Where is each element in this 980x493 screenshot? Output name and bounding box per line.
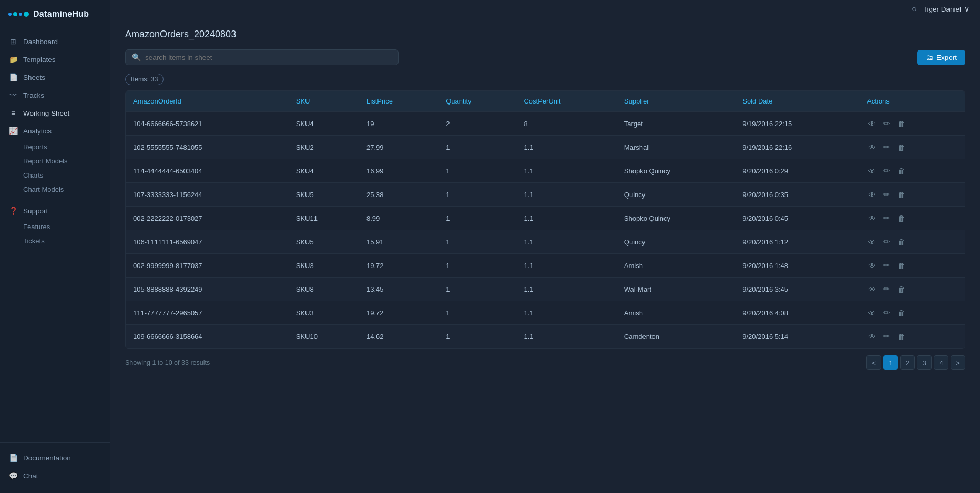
edit-button[interactable]: ✏	[882, 331, 891, 342]
tracks-icon: 〰	[8, 91, 18, 99]
view-button[interactable]: 👁	[867, 189, 877, 200]
page-next-button[interactable]: >	[951, 355, 965, 370]
view-button[interactable]: 👁	[867, 213, 877, 224]
cell-quantity: 1	[438, 230, 516, 254]
sidebar-item-support[interactable]: ❓ Support	[0, 202, 110, 220]
delete-button[interactable]: 🗑	[896, 260, 906, 271]
table-row: 104-6666666-5738621SKU41928Target9/19/20…	[126, 112, 965, 136]
cell-quantity: 1	[438, 136, 516, 159]
sidebar-item-tracks[interactable]: 〰 Tracks	[0, 86, 110, 104]
cell-amazonorderid: 111-7777777-2965057	[126, 301, 289, 325]
delete-button[interactable]: 🗑	[896, 213, 906, 224]
cell-sku: SKU3	[289, 301, 359, 325]
cell-sku: SKU3	[289, 254, 359, 278]
sidebar-item-sheets[interactable]: 📄 Sheets	[0, 68, 110, 86]
export-button[interactable]: 🗂 Export	[917, 50, 965, 65]
edit-button[interactable]: ✏	[882, 260, 891, 271]
main-content: ○ Tiger Daniel ∨ AmazonOrders_20240803 🔍…	[110, 0, 980, 493]
sidebar-item-report-models[interactable]: Report Models	[0, 154, 110, 168]
delete-button[interactable]: 🗑	[896, 307, 906, 319]
col-quantity[interactable]: Quantity	[438, 91, 516, 112]
page-3-button[interactable]: 3	[917, 355, 932, 370]
cell-listprice: 15.91	[359, 230, 438, 254]
cell-costperunit: 1.1	[516, 136, 616, 159]
view-button[interactable]: 👁	[867, 331, 877, 342]
col-cost-per-unit[interactable]: CostPerUnit	[516, 91, 616, 112]
sidebar-item-documentation[interactable]: 📄 Documentation	[0, 449, 110, 467]
edit-button[interactable]: ✏	[882, 236, 891, 248]
cell-supplier: Marshall	[617, 136, 735, 159]
sidebar-item-label: Support	[23, 207, 48, 215]
delete-button[interactable]: 🗑	[896, 331, 906, 342]
cell-actions: 👁 ✏ 🗑	[860, 159, 965, 183]
page-1-button[interactable]: 1	[883, 355, 898, 370]
view-button[interactable]: 👁	[867, 260, 877, 271]
edit-button[interactable]: ✏	[882, 189, 891, 200]
delete-button[interactable]: 🗑	[896, 237, 906, 248]
view-button[interactable]: 👁	[867, 284, 877, 295]
delete-button[interactable]: 🗑	[896, 166, 906, 177]
edit-button[interactable]: ✏	[882, 212, 891, 224]
cell-sku: SKU11	[289, 207, 359, 230]
edit-button[interactable]: ✏	[882, 283, 891, 295]
col-list-price[interactable]: ListPrice	[359, 91, 438, 112]
cell-costperunit: 8	[516, 112, 616, 136]
delete-button[interactable]: 🗑	[896, 284, 906, 295]
delete-button[interactable]: 🗑	[896, 189, 906, 200]
view-button[interactable]: 👁	[867, 307, 877, 319]
delete-button[interactable]: 🗑	[896, 118, 906, 129]
user-menu[interactable]: Tiger Daniel ∨	[923, 5, 969, 13]
sidebar-item-chart-models[interactable]: Chart Models	[0, 182, 110, 197]
cell-supplier: Quincy	[617, 183, 735, 207]
edit-button[interactable]: ✏	[882, 141, 891, 153]
cell-quantity: 1	[438, 207, 516, 230]
table-row: 111-7777777-2965057SKU319.7211.1Amish9/2…	[126, 301, 965, 325]
sidebar-item-analytics[interactable]: 📈 Analytics	[0, 122, 110, 140]
cell-sku: SKU8	[289, 278, 359, 301]
edit-button[interactable]: ✏	[882, 118, 891, 129]
page-prev-button[interactable]: <	[866, 355, 881, 370]
col-sold-date[interactable]: Sold Date	[735, 91, 860, 112]
sidebar-item-templates[interactable]: 📁 Templates	[0, 50, 110, 68]
logo-icon	[8, 12, 29, 17]
view-button[interactable]: 👁	[867, 142, 877, 153]
user-name: Tiger Daniel	[923, 5, 961, 13]
col-supplier[interactable]: Supplier	[617, 91, 735, 112]
page-2-button[interactable]: 2	[900, 355, 915, 370]
page-4-button[interactable]: 4	[934, 355, 948, 370]
col-sku[interactable]: SKU	[289, 91, 359, 112]
export-icon: 🗂	[926, 54, 933, 61]
sidebar-item-tickets[interactable]: Tickets	[0, 234, 110, 248]
edit-button[interactable]: ✏	[882, 307, 891, 319]
notification-icon[interactable]: ○	[912, 4, 917, 14]
sidebar-item-dashboard[interactable]: ⊞ Dashboard	[0, 33, 110, 50]
cell-amazonorderid: 106-1111111-6569047	[126, 230, 289, 254]
table-row: 114-4444444-6503404SKU416.9911.1Shopko Q…	[126, 159, 965, 183]
sidebar-item-charts[interactable]: Charts	[0, 168, 110, 182]
cell-actions: 👁 ✏ 🗑	[860, 325, 965, 348]
cell-amazonorderid: 109-6666666-3158664	[126, 325, 289, 348]
table-header: AmazonOrderId SKU ListPrice Quantity Cos…	[126, 91, 965, 112]
toolbar: 🔍 🗂 Export	[125, 49, 965, 65]
view-button[interactable]: 👁	[867, 237, 877, 248]
edit-button[interactable]: ✏	[882, 165, 891, 177]
cell-quantity: 1	[438, 278, 516, 301]
chevron-down-icon: ∨	[964, 5, 969, 13]
search-input[interactable]	[145, 54, 392, 61]
sidebar-item-features[interactable]: Features	[0, 220, 110, 234]
table-row: 109-6666666-3158664SKU1014.6211.1Camdent…	[126, 325, 965, 348]
cell-listprice: 13.45	[359, 278, 438, 301]
cell-costperunit: 1.1	[516, 278, 616, 301]
delete-button[interactable]: 🗑	[896, 142, 906, 153]
cell-sku: SKU2	[289, 136, 359, 159]
cell-listprice: 14.62	[359, 325, 438, 348]
sidebar-item-label: Tracks	[23, 91, 44, 99]
sidebar-item-working-sheet[interactable]: ≡ Working Sheet	[0, 104, 110, 122]
cell-quantity: 1	[438, 254, 516, 278]
sidebar-item-chat[interactable]: 💬 Chat	[0, 467, 110, 485]
cell-sku: SKU5	[289, 183, 359, 207]
col-amazon-order-id[interactable]: AmazonOrderId	[126, 91, 289, 112]
view-button[interactable]: 👁	[867, 166, 877, 177]
sidebar-item-reports[interactable]: Reports	[0, 140, 110, 154]
view-button[interactable]: 👁	[867, 118, 877, 129]
